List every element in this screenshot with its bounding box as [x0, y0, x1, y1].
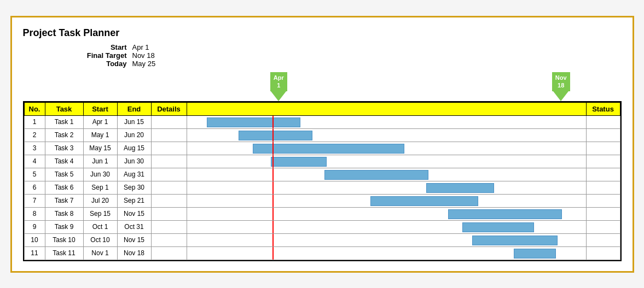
start-label: Start: [78, 43, 127, 51]
cell-no: 10: [24, 233, 45, 246]
col-end-header: End: [117, 102, 151, 115]
cell-end: Oct 31: [117, 220, 151, 233]
today-line: [272, 129, 274, 142]
cell-start: Sep 1: [83, 181, 117, 194]
col-no-header: No.: [24, 102, 45, 115]
table-row: 3Task 3May 15Aug 15: [24, 142, 620, 155]
today-line: [272, 234, 274, 246]
cell-start: Jun 1: [83, 155, 117, 168]
nov18-arrow: Nov18: [552, 72, 570, 101]
cell-task: Task 1: [45, 115, 83, 128]
apr1-arrow: Apr1: [270, 72, 287, 101]
cell-status: [586, 128, 620, 142]
cell-no: 5: [24, 168, 45, 181]
cell-end: Aug 15: [117, 142, 151, 155]
cell-task: Task 7: [45, 194, 83, 207]
cell-task: Task 2: [45, 128, 83, 142]
col-details-header: Details: [151, 102, 187, 115]
cell-task: Task 10: [45, 233, 83, 246]
gantt-bar: [324, 170, 428, 180]
gantt-bar: [271, 157, 327, 167]
today-line: [272, 116, 274, 128]
col-status-header: Status: [586, 102, 620, 115]
apr1-arrow-icon: [271, 91, 286, 101]
table-header-row: No. Task Start End Details Status: [24, 102, 620, 115]
cell-no: 6: [24, 181, 45, 194]
final-target-value: Nov 18: [132, 51, 160, 60]
table-row: 1Task 1Apr 1Jun 15: [24, 115, 620, 128]
today-line: [272, 142, 274, 155]
table-row: 5Task 5Jun 30Aug 31: [24, 168, 620, 181]
cell-status: [586, 194, 620, 207]
table-row: 7Task 7Jul 20Sep 21: [24, 194, 620, 207]
cell-start: May 15: [83, 142, 117, 155]
today-line: [272, 247, 274, 260]
today-line: [272, 155, 274, 168]
cell-no: 3: [24, 142, 45, 155]
cell-gantt: [187, 155, 586, 168]
cell-gantt: [187, 194, 586, 207]
cell-status: [586, 207, 620, 220]
cell-status: [586, 155, 620, 168]
cell-status: [586, 115, 620, 128]
cell-details: [151, 220, 187, 233]
cell-task: Task 5: [45, 168, 83, 181]
cell-gantt: [187, 233, 586, 246]
today-value: May 25: [132, 60, 160, 68]
gantt-bar: [239, 131, 312, 140]
cell-gantt: [187, 128, 586, 142]
arrow-area: Apr1 Nov18: [183, 71, 589, 101]
page-title: Project Task Planner: [23, 27, 622, 39]
cell-end: Jun 15: [117, 115, 151, 128]
cell-status: [586, 142, 620, 155]
cell-start: Oct 10: [83, 233, 117, 246]
cell-details: [151, 246, 187, 260]
final-target-label: Final Target: [78, 51, 127, 60]
table-row: 10Task 10Oct 10Nov 15: [24, 233, 620, 246]
cell-no: 1: [24, 115, 45, 128]
table-row: 8Task 8Sep 15Nov 15: [24, 207, 620, 220]
cell-task: Task 3: [45, 142, 83, 155]
gantt-bar: [472, 236, 558, 245]
cell-status: [586, 246, 620, 260]
nov18-arrow-icon: [553, 91, 568, 101]
cell-end: Jun 30: [117, 155, 151, 168]
cell-start: Sep 15: [83, 207, 117, 220]
cell-details: [151, 142, 187, 155]
apr1-label: Apr1: [270, 72, 287, 91]
cell-gantt: [187, 246, 586, 260]
cell-details: [151, 155, 187, 168]
cell-status: [586, 233, 620, 246]
table-row: 2Task 2May 1Jun 20: [24, 128, 620, 142]
cell-task: Task 11: [45, 246, 83, 260]
cell-details: [151, 194, 187, 207]
table-row: 9Task 9Oct 1Oct 31: [24, 220, 620, 233]
cell-details: [151, 168, 187, 181]
cell-details: [151, 181, 187, 194]
table-row: 6Task 6Sep 1Sep 30: [24, 181, 620, 194]
table-row: 11Task 11Nov 1Nov 18: [24, 246, 620, 260]
cell-end: Aug 31: [117, 168, 151, 181]
table-row: 4Task 4Jun 1Jun 30: [24, 155, 620, 168]
gantt-table: No. Task Start End Details Status 1Task …: [24, 102, 620, 260]
cell-end: Sep 30: [117, 181, 151, 194]
today-line: [272, 195, 274, 207]
gantt-bar: [462, 222, 534, 232]
cell-no: 8: [24, 207, 45, 220]
cell-task: Task 8: [45, 207, 83, 220]
today-line: [272, 181, 274, 194]
gantt-bar: [207, 117, 300, 127]
cell-gantt: [187, 181, 586, 194]
cell-end: Sep 21: [117, 194, 151, 207]
cell-task: Task 4: [45, 155, 83, 168]
cell-task: Task 9: [45, 220, 83, 233]
cell-start: Jun 30: [83, 168, 117, 181]
cell-start: Jul 20: [83, 194, 117, 207]
nov18-label: Nov18: [552, 72, 570, 91]
cell-start: Oct 1: [83, 220, 117, 233]
start-value: Apr 1: [132, 43, 160, 51]
cell-gantt: [187, 168, 586, 181]
col-start-header: Start: [83, 102, 117, 115]
cell-end: Nov 15: [117, 207, 151, 220]
cell-gantt: [187, 115, 586, 128]
